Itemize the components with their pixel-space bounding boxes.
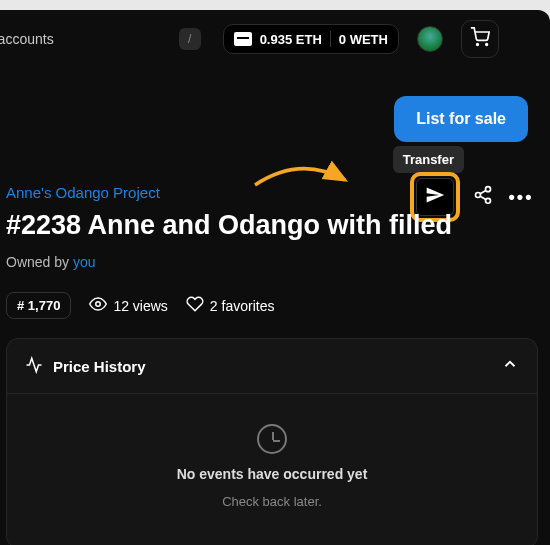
clock-icon <box>257 424 287 454</box>
transfer-tooltip: Transfer <box>393 146 464 173</box>
cart-icon <box>470 27 490 51</box>
collection-link[interactable]: Anne's Odango Project <box>6 184 160 201</box>
eye-icon <box>89 295 107 316</box>
empty-state-secondary: Check back later. <box>222 494 322 509</box>
views-stat: 12 views <box>89 295 167 316</box>
send-icon <box>425 185 445 209</box>
wallet-icon <box>234 32 252 46</box>
ownership-line: Owned by you <box>6 254 96 270</box>
svg-line-6 <box>480 190 486 193</box>
cart-button[interactable] <box>461 20 499 58</box>
chevron-up-icon <box>501 355 519 377</box>
share-icon <box>473 185 493 209</box>
svg-line-5 <box>480 196 486 199</box>
activity-icon <box>25 356 43 377</box>
share-button[interactable] <box>468 182 498 212</box>
empty-state-primary: No events have occurred yet <box>177 466 368 482</box>
views-count: 12 views <box>113 298 167 314</box>
wallet-pill[interactable]: 0.935 ETH 0 WETH <box>223 24 399 54</box>
owned-by-prefix: Owned by <box>6 254 73 270</box>
list-for-sale-button[interactable]: List for sale <box>394 96 528 142</box>
wallet-balance: 0.935 ETH <box>260 32 322 47</box>
svg-point-2 <box>486 187 491 192</box>
app-frame: ctions, and accounts / 0.935 ETH 0 WETH … <box>0 10 550 545</box>
annotation-arrow <box>250 150 360 210</box>
item-title: #2238 Anne and Odango with filled <box>6 210 452 241</box>
search-input-fragment[interactable]: ctions, and accounts <box>0 31 54 47</box>
more-icon: ••• <box>509 187 534 208</box>
stats-row: # 1,770 12 views 2 favorites <box>6 292 274 319</box>
price-history-heading: Price History <box>53 358 146 375</box>
svg-point-0 <box>477 44 479 46</box>
more-button[interactable]: ••• <box>506 182 536 212</box>
slash-shortcut-badge: / <box>179 28 201 50</box>
owner-link[interactable]: you <box>73 254 96 270</box>
svg-point-3 <box>476 193 481 198</box>
top-bar: ctions, and accounts / 0.935 ETH 0 WETH <box>0 10 550 68</box>
svg-point-4 <box>486 198 491 203</box>
svg-point-1 <box>486 44 488 46</box>
price-history-panel: Price History No events have occurred ye… <box>6 338 538 545</box>
rarity-rank-pill[interactable]: # 1,770 <box>6 292 71 319</box>
favorites-stat: 2 favorites <box>186 295 275 316</box>
avatar[interactable] <box>417 26 443 52</box>
wallet-divider <box>330 31 331 47</box>
favorites-count: 2 favorites <box>210 298 275 314</box>
svg-point-7 <box>96 302 101 307</box>
wallet-secondary-balance: 0 WETH <box>339 32 388 47</box>
price-history-empty-state: No events have occurred yet Check back l… <box>7 394 537 529</box>
heart-icon <box>186 295 204 316</box>
price-history-header[interactable]: Price History <box>7 339 537 394</box>
